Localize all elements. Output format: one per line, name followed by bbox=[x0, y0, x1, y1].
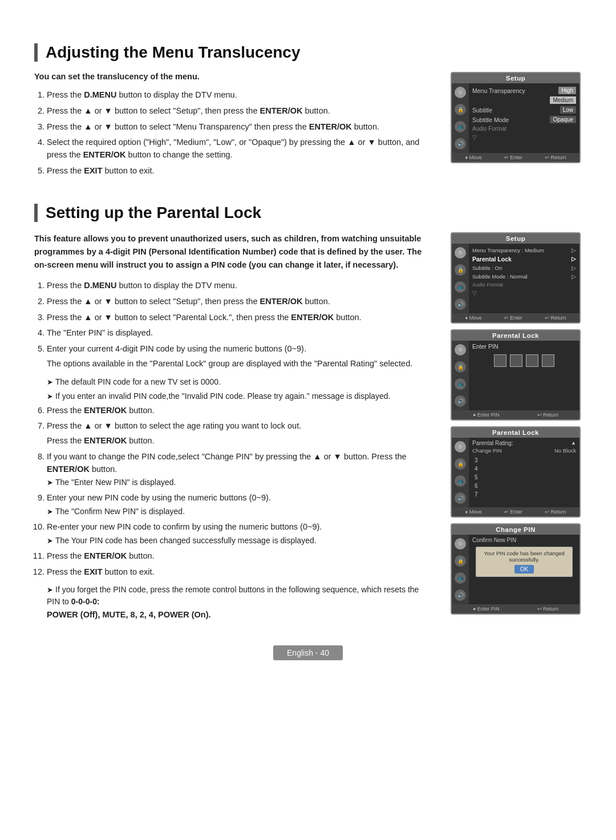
s2-screen1-icon1: ⚙ bbox=[455, 247, 466, 259]
section2-steps: Press the D.MENU button to display the D… bbox=[34, 280, 433, 370]
screen1-content: Menu Transparency High Medium Subtitle L… bbox=[469, 83, 579, 153]
section1-step1: Press the D.MENU button to display the D… bbox=[47, 89, 433, 102]
s2-screen3-icon3: 📺 bbox=[455, 475, 466, 487]
s2-screen1-icon2: 🔒 bbox=[455, 264, 466, 276]
s2-step2: Press the ▲ or ▼ button to select "Setup… bbox=[47, 296, 433, 308]
s2-screen2-title: Parental Lock bbox=[452, 330, 579, 341]
s2-screen2-icon1: ⚙ bbox=[455, 344, 466, 356]
s2-screen2-footer: ● Enter PIN ↩ Return bbox=[452, 410, 579, 419]
section1-screen: Setup ⚙ 🔒 📺 🔊 Menu Transparency High bbox=[451, 72, 581, 163]
s2-s1-row2: Parental Lock ▷ bbox=[472, 255, 576, 264]
section2-screens: Setup ⚙ 🔒 📺 🔊 Menu Transparency : Medium… bbox=[451, 232, 582, 615]
s2-screen2-sidebar: ⚙ 🔒 📺 🔊 bbox=[452, 341, 469, 410]
rating-7: 7 bbox=[472, 490, 576, 499]
section2: Setting up the Parental Lock This featur… bbox=[34, 204, 582, 620]
screen1-row3: Subtitle Low bbox=[472, 105, 576, 115]
s2-screen4-sidebar: ⚙ 🔒 📺 🔊 bbox=[452, 535, 469, 604]
change-pin-row: Change PIN No Block bbox=[472, 447, 576, 454]
s2-screen3-icon1: ⚙ bbox=[455, 441, 466, 453]
s2-step9: Enter your new PIN code by using the num… bbox=[47, 492, 433, 518]
s2-s1-row4: Subtitle Mode : Normal ▷ bbox=[472, 272, 576, 281]
arrow-icon2: ➤ bbox=[47, 392, 53, 401]
s2-step8: If you want to change the PIN code,selec… bbox=[47, 451, 433, 489]
screen1-row2: Medium bbox=[472, 95, 576, 105]
screen1-icon2: 🔒 bbox=[455, 104, 466, 115]
s2-screen2-content: Enter PIN bbox=[469, 341, 579, 410]
rating-6: 6 bbox=[472, 482, 576, 490]
s2-s1-row5: Audio Format bbox=[472, 281, 576, 289]
screen1-row5: Audio Format bbox=[472, 124, 576, 133]
footer-badge: English - 40 bbox=[273, 645, 343, 660]
s2-step5: Enter your current 4-digit PIN code by u… bbox=[47, 343, 433, 370]
s2-screen3: Parental Lock ⚙ 🔒 📺 🔊 Parental Rating: ▲ bbox=[451, 426, 581, 518]
pin-box1 bbox=[494, 354, 506, 367]
screen1-row1: Menu Transparency High bbox=[472, 86, 576, 95]
section2-text: This feature allows you to prevent unaut… bbox=[34, 232, 433, 620]
s2-screen1: Setup ⚙ 🔒 📺 🔊 Menu Transparency : Medium… bbox=[451, 232, 581, 324]
pin-box3 bbox=[526, 354, 538, 367]
s2-screen3-title: Parental Lock bbox=[452, 427, 579, 438]
section1-step4: Select the required option ("High", "Med… bbox=[47, 136, 433, 161]
s2-screen2-icon2: 🔒 bbox=[455, 361, 466, 373]
arrow-icon5: ➤ bbox=[47, 536, 53, 545]
s2-note2: ➤If you enter an invalid PIN code,the "I… bbox=[34, 390, 433, 402]
s2-screen1-icon3: 📺 bbox=[455, 281, 466, 293]
s2-note1: ➤The default PIN code for a new TV set i… bbox=[34, 376, 433, 388]
rating-list: 3 4 5 6 7 bbox=[472, 456, 576, 499]
s2-screen1-sidebar: ⚙ 🔒 📺 🔊 bbox=[452, 244, 469, 313]
screen1-icon1: ⚙ bbox=[455, 87, 466, 98]
s2-screen4-content: Confirm New PIN Your PIN code has been c… bbox=[469, 535, 579, 604]
s2-final-note: ➤If you forget the PIN code, press the r… bbox=[34, 584, 433, 608]
s2-screen3-footer: ♦ Move ↵ Enter ↩ Return bbox=[452, 507, 579, 516]
s2-s1-row3: Subtitle : On ▷ bbox=[472, 264, 576, 272]
s2-screen2: Parental Lock ⚙ 🔒 📺 🔊 Enter PIN bbox=[451, 329, 581, 421]
s2-screen1-footer: ♦ Move ↵ Enter ↩ Return bbox=[452, 313, 579, 322]
section2-title: Setting up the Parental Lock bbox=[34, 204, 582, 222]
pin-box4 bbox=[542, 354, 554, 367]
s2-screen3-icon4: 🔊 bbox=[455, 492, 466, 504]
ok-button[interactable]: OK bbox=[514, 565, 534, 574]
section1-screens: Setup ⚙ 🔒 📺 🔊 Menu Transparency High bbox=[451, 72, 582, 163]
confirm-box: Your PIN code has been changed successfu… bbox=[476, 547, 573, 577]
arrow-icon4: ➤ bbox=[47, 507, 53, 516]
s2-screen4-icon4: 🔊 bbox=[455, 589, 466, 601]
confirm-new-pin-label: Confirm New PIN bbox=[472, 537, 576, 543]
section1-step5: Press the EXIT button to exit. bbox=[47, 165, 433, 177]
s2-screen1-content: Menu Transparency : Medium ▷ Parental Lo… bbox=[469, 244, 579, 313]
rating-5: 5 bbox=[472, 473, 576, 482]
s2-screen4-icon1: ⚙ bbox=[455, 538, 466, 550]
screen1-title: Setup bbox=[452, 73, 579, 83]
s2-screen4-footer: ● Enter PIN ↩ Return bbox=[452, 604, 579, 613]
screen1-row4: Subtitle Mode Opaque bbox=[472, 115, 576, 124]
section1-title: Adjusting the Menu Translucency bbox=[34, 43, 582, 62]
rating-3: 3 bbox=[472, 456, 576, 465]
pin-box2 bbox=[510, 354, 522, 367]
arrow-icon6: ➤ bbox=[47, 585, 53, 594]
screen1-icon4: 🔊 bbox=[455, 138, 466, 150]
s2-step6: Press the ENTER/OK button. bbox=[47, 405, 433, 417]
s2-screen1-title: Setup bbox=[452, 233, 579, 244]
section1-step2: Press the ▲ or ▼ button to select "Setup… bbox=[47, 105, 433, 118]
section1-text: You can set the translucency of the menu… bbox=[34, 72, 433, 183]
s2-step1: Press the D.MENU button to display the D… bbox=[47, 280, 433, 292]
screen1-sidebar: ⚙ 🔒 📺 🔊 bbox=[452, 83, 469, 153]
rating-4: 4 bbox=[472, 465, 576, 473]
s2-step3: Press the ▲ or ▼ button to select "Paren… bbox=[47, 312, 433, 324]
section1: Adjusting the Menu Translucency You can … bbox=[34, 43, 582, 183]
s2-screen3-content: Parental Rating: ▲ Change PIN No Block 3… bbox=[469, 438, 579, 507]
section1-step3: Press the ▲ or ▼ button to select "Menu … bbox=[47, 121, 433, 134]
s2-step12: Press the EXIT button to exit. bbox=[47, 566, 433, 579]
arrow-icon1: ➤ bbox=[47, 378, 53, 386]
screen1-footer: ♦ Move ↵ Enter ↩ Return bbox=[452, 153, 579, 162]
enter-pin-label: Enter PIN bbox=[472, 343, 576, 350]
s2-step10: Re-enter your new PIN code to confirm by… bbox=[47, 521, 433, 547]
section1-intro: You can set the translucency of the menu… bbox=[34, 72, 433, 81]
s2-step7: Press the ▲ or ▼ button to select the ag… bbox=[47, 420, 433, 447]
pin-boxes bbox=[472, 354, 576, 367]
s2-screen1-icon4: 🔊 bbox=[455, 298, 466, 310]
s2-screen2-icon3: 📺 bbox=[455, 378, 466, 390]
page-footer: English - 40 bbox=[34, 642, 582, 664]
s2-screen4-icon2: 🔒 bbox=[455, 555, 466, 567]
s2-screen4-icon3: 📺 bbox=[455, 572, 466, 584]
s2-s1-row1: Menu Transparency : Medium ▷ bbox=[472, 246, 576, 255]
